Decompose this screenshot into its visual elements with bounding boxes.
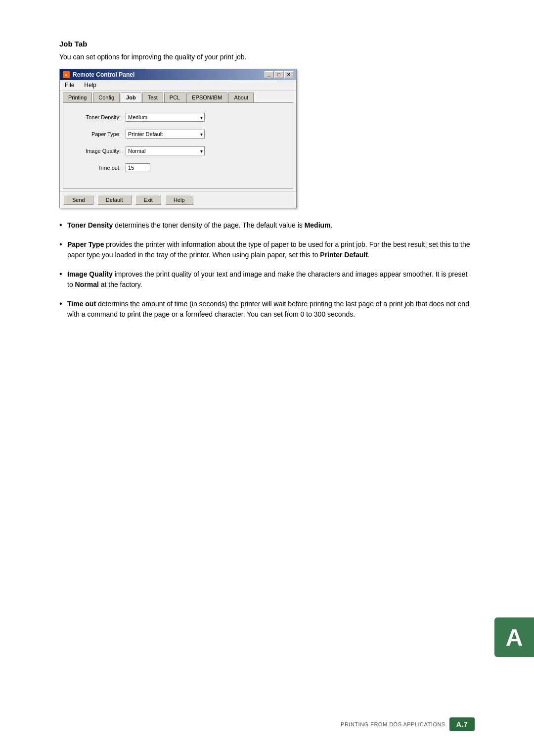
list-item: • Image Quality improves the print quali… xyxy=(59,269,475,290)
list-item: • Toner Density determines the toner den… xyxy=(59,220,475,231)
window-titlebar: ● Remote Control Panel _ □ ✕ xyxy=(60,69,296,80)
list-item: • Paper Type provides the printer with i… xyxy=(59,239,475,260)
default-button[interactable]: Default xyxy=(97,195,132,205)
image-quality-label: Image Quality: xyxy=(71,148,121,154)
menu-file[interactable]: File xyxy=(63,81,76,89)
footer-label: Printing From DOS Applications xyxy=(341,721,445,727)
tab-config[interactable]: Config xyxy=(93,93,120,102)
bullet-text-toner: Toner Density determines the toner densi… xyxy=(67,220,475,231)
exit-button[interactable]: Exit xyxy=(135,195,161,205)
app-icon: ● xyxy=(63,71,70,78)
image-quality-term: Image Quality xyxy=(67,270,113,278)
list-item: • Time out determins the amount of time … xyxy=(59,299,475,320)
intro-text: You can set options for improving the qu… xyxy=(59,53,475,61)
minimize-button[interactable]: _ xyxy=(265,71,273,78)
close-button[interactable]: ✕ xyxy=(284,71,293,78)
window-title-left: ● Remote Control Panel xyxy=(63,71,134,78)
send-button[interactable]: Send xyxy=(64,195,93,205)
bullet-dot: • xyxy=(59,270,67,278)
toner-density-term: Toner Density xyxy=(67,221,113,229)
section-title: Job Tab xyxy=(59,40,475,48)
restore-button[interactable]: □ xyxy=(274,71,283,78)
tab-about[interactable]: About xyxy=(228,93,254,102)
bullet-dot: • xyxy=(59,240,67,248)
image-quality-select[interactable]: Normal High xyxy=(126,146,205,155)
page-number: A.7 xyxy=(449,717,475,731)
tab-test[interactable]: Test xyxy=(142,93,163,102)
paper-type-term: Paper Type xyxy=(67,240,104,248)
window-controls: _ □ ✕ xyxy=(265,71,293,78)
image-quality-select-wrapper: Normal High xyxy=(126,146,205,155)
tab-job[interactable]: Job xyxy=(121,93,141,102)
paper-type-row: Paper Type: Printer Default Plain Paper … xyxy=(71,130,285,139)
window-body: Toner Density: Medium Light Dark Paper T… xyxy=(63,102,293,189)
printer-default-value: Printer Default xyxy=(320,251,367,259)
page-footer: Printing From DOS Applications A.7 xyxy=(341,717,475,731)
bullet-list: • Toner Density determines the toner den… xyxy=(59,220,475,320)
paper-type-select-wrapper: Printer Default Plain Paper Thick Paper xyxy=(126,130,205,139)
tab-printing[interactable]: Printing xyxy=(63,93,92,102)
window-footer: Send Default Exit Help xyxy=(60,191,296,208)
window-menubar: File Help xyxy=(60,80,296,91)
toner-medium-value: Medium xyxy=(305,221,331,229)
help-button[interactable]: Help xyxy=(165,195,193,205)
bullet-text-paper: Paper Type provides the printer with inf… xyxy=(67,239,475,260)
toner-density-row: Toner Density: Medium Light Dark xyxy=(71,113,285,122)
bullet-dot: • xyxy=(59,300,67,308)
toner-density-label: Toner Density: xyxy=(71,114,121,120)
time-out-input[interactable] xyxy=(126,163,150,172)
window-title: Remote Control Panel xyxy=(73,71,134,78)
menu-help[interactable]: Help xyxy=(82,81,98,89)
paper-type-select[interactable]: Printer Default Plain Paper Thick Paper xyxy=(126,130,205,139)
remote-control-panel-window: ● Remote Control Panel _ □ ✕ File Help P… xyxy=(59,69,297,208)
toner-density-select-wrapper: Medium Light Dark xyxy=(126,113,205,122)
paper-type-label: Paper Type: xyxy=(71,131,121,137)
bullet-text-timeout: Time out determins the amount of time (i… xyxy=(67,299,475,320)
window-tabs: Printing Config Job Test PCL EPSON/IBM A… xyxy=(60,91,296,102)
normal-value: Normal xyxy=(75,281,99,288)
time-out-row: Time out: xyxy=(71,163,285,172)
time-out-label: Time out: xyxy=(71,165,121,171)
appendix-badge: A xyxy=(494,617,534,657)
toner-density-select[interactable]: Medium Light Dark xyxy=(126,113,205,122)
bullet-text-image: Image Quality improves the print quality… xyxy=(67,269,475,290)
tab-pcl[interactable]: PCL xyxy=(164,93,185,102)
tab-epson-ibm[interactable]: EPSON/IBM xyxy=(186,93,227,102)
image-quality-row: Image Quality: Normal High xyxy=(71,146,285,155)
bullet-dot: • xyxy=(59,221,67,229)
time-out-term: Time out xyxy=(67,300,96,308)
